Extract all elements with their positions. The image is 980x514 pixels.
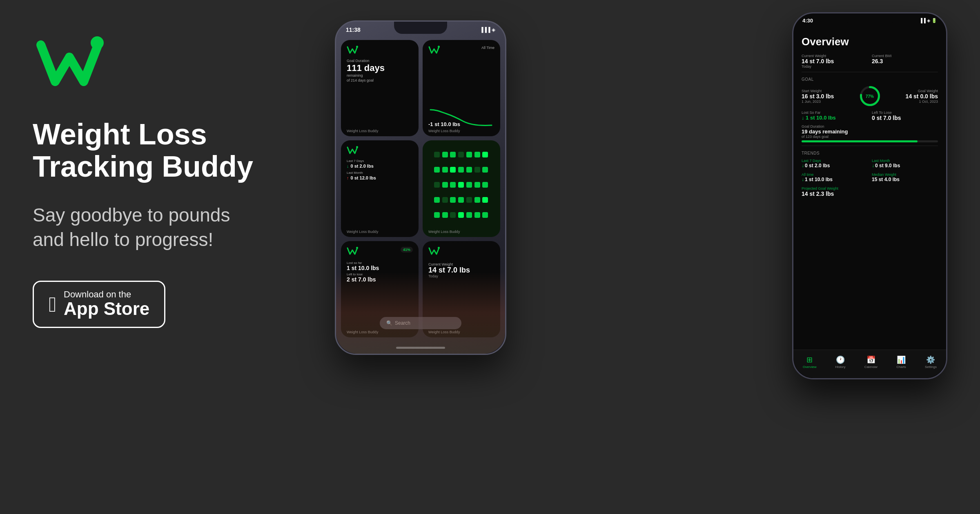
tab-history[interactable]: 🕐 History [835,355,846,369]
current-bmi-label: Current BMI [872,54,938,58]
widget5-pct: 41% [401,247,413,253]
dot [458,152,464,157]
left-to-lose-label: Left To Lose [872,111,938,115]
widget5-logo-icon [347,247,358,256]
dot [466,167,472,173]
goal-duration-value: 19 days remaining [802,128,938,135]
trend-last-month: Last Month ↓ 0 st 9.0 lbs [872,159,938,168]
tab-charts[interactable]: 📊 Charts [896,355,906,369]
tab-charts-label: Charts [896,365,906,369]
start-weight-sub: 1 Jun, 2023 [802,100,855,104]
widget3-value2-row: ↑ 0 st 12.0 lbs [347,175,413,180]
app-store-button[interactable]:  Download on the App Store [33,281,165,328]
logo-container [33,33,298,94]
dot [442,152,448,157]
goal-duration-progress-fill [802,140,918,142]
widget5-label2: Left to lose [347,273,413,276]
widget3-label1: Last 7 Days [347,159,413,163]
svg-point-4 [356,247,358,249]
goal-duration-sub: of 123 days goal [802,135,938,139]
widget-dot-grid: Weight Loss Buddy [423,140,500,237]
trends-grid: Last 7 Days ↓ 0 st 2.0 lbs Last Month ↓ … [802,159,938,182]
dot [458,212,464,218]
tab-history-label: History [835,365,846,369]
lost-so-far-value: ↓ 1 st 10.0 lbs [802,115,868,121]
widget3-footer: Weight Loss Buddy [347,230,378,234]
trend-median-label: Median Weight [872,173,938,177]
tab-settings[interactable]: ⚙️ Settings [925,355,937,369]
dot [482,152,488,157]
projected-block: Projected Goal Weight 14 st 2.3 lbs [802,186,938,197]
tab-overview-label: Overview [803,365,816,369]
widget4-footer: Weight Loss Buddy [428,230,460,234]
dot [450,197,456,203]
phone1-frame: 11:38 ▐▐▐ ◈ Goal Duration 111 days remai… [335,20,506,355]
left-to-lose-block: Left To Lose 0 st 7.0 lbs [872,111,938,121]
tab-settings-label: Settings [925,365,937,369]
goal-section-label: GOAL [802,77,938,82]
widget2-logo-icon [428,46,440,55]
trend-alltime-label: All time [802,173,868,177]
dot [442,212,448,218]
dot [482,167,488,173]
phone2-frame: 4:30 ▐▐ ◈ 🔋 Overview Current Weight 14 s… [792,12,947,379]
widget-trends: Last 7 Days ↓ 0 st 2.0 lbs Last Month ↑ … [341,140,419,237]
phone2-overview-screen: Overview Current Weight 14 st 7.0 lbs To… [793,30,946,350]
widget1-goal-days: 111 days [347,64,413,73]
dot [458,182,464,188]
widget1-goal-sub: remaining [347,73,413,78]
left-hero-section: Weight Loss Tracking Buddy Say goodbye t… [33,33,298,328]
widget6-value: 14 st 7.0 lbs [428,266,494,275]
phone1-searchbar[interactable]: 🔍 Search [380,317,461,329]
tab-overview[interactable]: ⊞ Overview [803,355,816,369]
hero-title: Weight Loss Tracking Buddy [33,118,298,183]
widget2-chart-value: -1 st 10.0 lbs [428,121,460,127]
lost-left-row: Lost So Far ↓ 1 st 10.0 lbs Left To Lose… [802,111,938,121]
widget6-footer: Weight Loss Buddy [428,330,460,334]
weight-bmi-row: Current Weight 14 st 7.0 lbs Today Curre… [802,54,938,69]
tab-calendar-label: Calendar [864,365,878,369]
widget1-goal-tag: Goal Duration [347,59,413,63]
trend-last-month-arrow: ↓ [872,163,874,168]
widget5-value2: 2 st 7.0 lbs [347,276,413,283]
divider2 [802,146,938,146]
dot [450,182,456,188]
dot [482,197,488,203]
dot [474,197,480,203]
tab-calendar[interactable]: 📅 Calendar [864,355,878,369]
trend-alltime-num: 1 st 10.0 lbs [805,177,833,182]
widget1-logo-icon [347,46,358,55]
trend-last7: Last 7 Days ↓ 0 st 2.0 lbs [802,159,868,168]
start-weight-value: 16 st 3.0 lbs [802,93,855,100]
dot [434,167,440,173]
download-label: Download on the [64,290,149,299]
current-weight-sub: Today [802,64,868,69]
trend-last7-value: ↓ 0 st 2.0 lbs [802,163,868,168]
phone1-status-icons: ▐▐▐ ◈ [480,27,495,33]
widget5-label1: Lost so far [347,261,413,265]
widget6-logo-icon [428,247,440,256]
widget5-row1: Lost so far 1 st 10.0 lbs [347,261,413,271]
projected-label: Projected Goal Weight [802,186,938,191]
dot [466,182,472,188]
widget3-arrow1: ↓ [347,164,349,168]
phone1-home-indicator [396,347,445,349]
dot [434,212,440,218]
dot [450,152,456,157]
start-weight-block: Start Weight 16 st 3.0 lbs 1 Jun, 2023 [802,89,855,104]
goal-duration-progress-bar [802,140,938,142]
dot [474,152,480,157]
trend-median-num: 15 st 4.0 lbs [872,177,900,182]
widget3-val2: 0 st 12.0 lbs [351,175,376,180]
store-name-label: App Store [64,299,149,319]
dot [450,212,456,218]
start-weight-label: Start Weight [802,89,855,93]
phone1-statusbar: 11:38 ▐▐▐ ◈ [346,27,495,33]
dot [458,167,464,173]
svg-point-5 [438,247,440,249]
trend-last7-arrow: ↓ [802,163,804,168]
settings-icon: ⚙️ [926,355,935,364]
phone1-device: 11:38 ▐▐▐ ◈ Goal Duration 111 days remai… [335,20,506,355]
dot [466,212,472,218]
svg-point-0 [91,36,104,49]
